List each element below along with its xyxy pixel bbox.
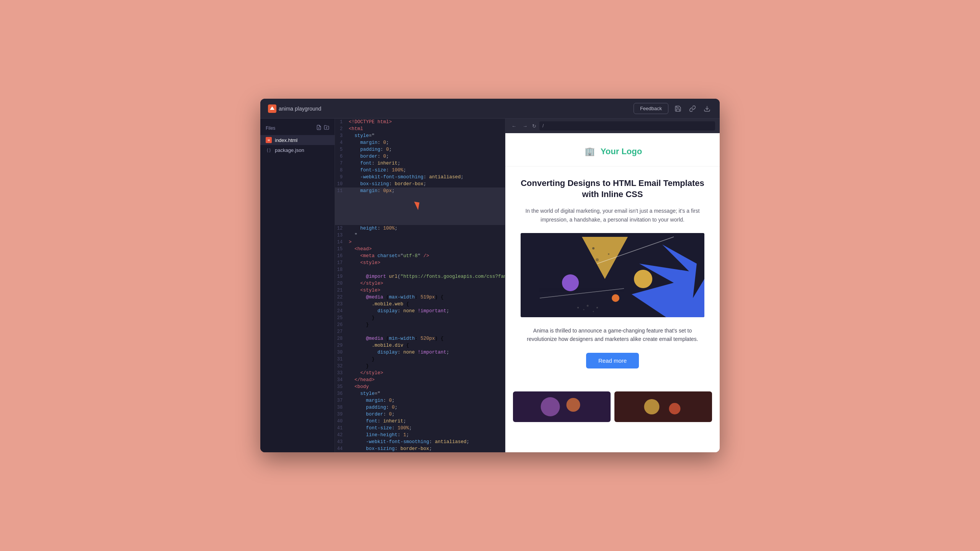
- anima-logo: anima playground: [268, 104, 321, 113]
- code-line-20: 20 </style>: [335, 280, 505, 287]
- new-folder-button[interactable]: [324, 125, 329, 131]
- save-icon-button[interactable]: [673, 104, 683, 114]
- code-line-2: 2 <html: [335, 126, 505, 132]
- code-line-25: 25 }: [335, 315, 505, 321]
- code-line-24: 24 display: none !important;: [335, 308, 505, 315]
- feedback-button[interactable]: Feedback: [634, 103, 668, 114]
- file-name-package-json: package.json: [275, 147, 304, 153]
- svg-point-23: [541, 397, 560, 416]
- code-line-4: 4 margin: 0;: [335, 139, 505, 146]
- svg-point-12: [562, 274, 579, 291]
- browser-url-bar[interactable]: /: [539, 121, 715, 130]
- new-file-button[interactable]: [316, 125, 322, 131]
- code-line-15: 15 <head>: [335, 246, 505, 253]
- anima-logo-icon: [268, 104, 276, 113]
- code-line-3: 3 style=": [335, 132, 505, 139]
- code-line-42: 42 line-height: 1;: [335, 432, 505, 439]
- code-line-1: 1 <!DOCTYPE html>: [335, 119, 505, 126]
- code-line-35: 35 <body: [335, 383, 505, 390]
- download-icon: [704, 105, 710, 112]
- email-subtitle: In the world of digital marketing, your …: [521, 207, 704, 224]
- browser-refresh-button[interactable]: ↻: [532, 123, 536, 129]
- svg-point-18: [583, 309, 585, 310]
- code-line-14: 14 >: [335, 239, 505, 246]
- svg-point-17: [577, 307, 579, 308]
- browser-preview: ← → ↻ / 🏢 Your Logo Converting Designs t…: [505, 119, 720, 452]
- svg-rect-25: [621, 391, 706, 422]
- json-file-icon: { }: [266, 147, 272, 153]
- svg-point-19: [587, 305, 589, 306]
- sidebar-item-index-html[interactable]: H index.html: [260, 135, 335, 145]
- code-line-12: 12 height: 100%;: [335, 225, 505, 232]
- code-line-21: 21 <style>: [335, 287, 505, 294]
- code-line-41: 41 font-size: 100%;: [335, 425, 505, 432]
- email-bottom-cards: [505, 391, 720, 430]
- email-header: 🏢 Your Logo: [505, 133, 720, 166]
- bottom-card-right-img: [614, 391, 712, 422]
- code-line-33: 33 </style>: [335, 370, 505, 377]
- save-icon: [675, 105, 681, 112]
- bottom-card-right: [614, 391, 712, 422]
- new-file-icon: [316, 125, 322, 130]
- code-line-27: 27: [335, 328, 505, 335]
- code-line-30: 30 display: none !important;: [335, 349, 505, 356]
- code-line-7: 7 font: inherit;: [335, 160, 505, 167]
- anima-icon: [270, 106, 275, 111]
- code-line-19: 19 @import url("https://fonts.googleapis…: [335, 273, 505, 280]
- svg-point-9: [608, 253, 609, 255]
- svg-marker-0: [270, 106, 274, 110]
- title-bar-right: Feedback: [634, 103, 712, 114]
- svg-point-21: [596, 307, 598, 308]
- code-line-16: 16 <meta charset="utf-8" />: [335, 253, 505, 259]
- anima-logo-text: anima playground: [279, 106, 321, 112]
- svg-point-24: [567, 398, 580, 412]
- code-line-13: 13 ": [335, 232, 505, 239]
- svg-point-26: [644, 399, 660, 414]
- code-line-29: 29 .mobile.div {: [335, 342, 505, 349]
- svg-point-20: [593, 311, 594, 312]
- code-line-11: 11 margin: 0px;: [335, 187, 505, 225]
- browser-bar: ← → ↻ /: [505, 119, 720, 133]
- code-line-8: 8 font-size: 100%;: [335, 167, 505, 174]
- link-icon-button[interactable]: [688, 104, 697, 114]
- code-line-28: 28 @media (min-width: 520px) {: [335, 335, 505, 342]
- email-logo-text: Your Logo: [601, 147, 642, 156]
- sidebar: Files: [260, 119, 335, 452]
- title-bar: anima playground Feedback: [260, 99, 720, 119]
- code-line-44: 44 box-sizing: border-box;: [335, 445, 505, 452]
- code-line-5: 5 padding: 0;: [335, 146, 505, 153]
- read-more-button[interactable]: Read more: [586, 353, 639, 368]
- svg-point-27: [669, 403, 681, 414]
- browser-back-button[interactable]: ←: [510, 122, 518, 130]
- code-line-18: 18: [335, 266, 505, 273]
- sidebar-item-package-json[interactable]: { } package.json: [260, 145, 335, 155]
- main-content: Files: [260, 119, 720, 452]
- svg-point-13: [634, 270, 652, 288]
- code-line-36: 36 style=": [335, 390, 505, 397]
- svg-point-14: [612, 294, 619, 302]
- email-hero-image: [521, 233, 704, 317]
- file-name-index-html: index.html: [275, 137, 297, 143]
- code-line-23: 23 .mobile.web {: [335, 301, 505, 308]
- code-line-32: 32 }: [335, 363, 505, 370]
- app-window: anima playground Feedback: [260, 99, 720, 452]
- browser-forward-button[interactable]: →: [521, 122, 529, 130]
- code-line-37: 37 margin: 0;: [335, 397, 505, 404]
- sidebar-header: Files: [260, 123, 335, 135]
- code-editor[interactable]: 1 <!DOCTYPE html> 2 <html 3 style=" 4 ma…: [335, 119, 505, 452]
- browser-url-text: /: [542, 123, 544, 129]
- bottom-card-left: [513, 391, 611, 422]
- code-line-10: 10 box-sizing: border-box;: [335, 181, 505, 187]
- email-preview: 🏢 Your Logo Converting Designs to HTML E…: [505, 133, 720, 452]
- download-icon-button[interactable]: [702, 104, 712, 114]
- html-file-icon: H: [266, 137, 272, 143]
- code-line-26: 26 }: [335, 321, 505, 328]
- code-line-34: 34 </head>: [335, 377, 505, 383]
- logo-icon: 🏢: [583, 145, 597, 158]
- code-line-40: 40 font: inherit;: [335, 418, 505, 425]
- new-folder-icon: [324, 125, 329, 130]
- email-body: Converting Designs to HTML Email Templat…: [513, 166, 712, 391]
- bottom-card-left-img: [513, 391, 611, 422]
- svg-rect-22: [520, 391, 604, 422]
- link-icon: [689, 105, 696, 112]
